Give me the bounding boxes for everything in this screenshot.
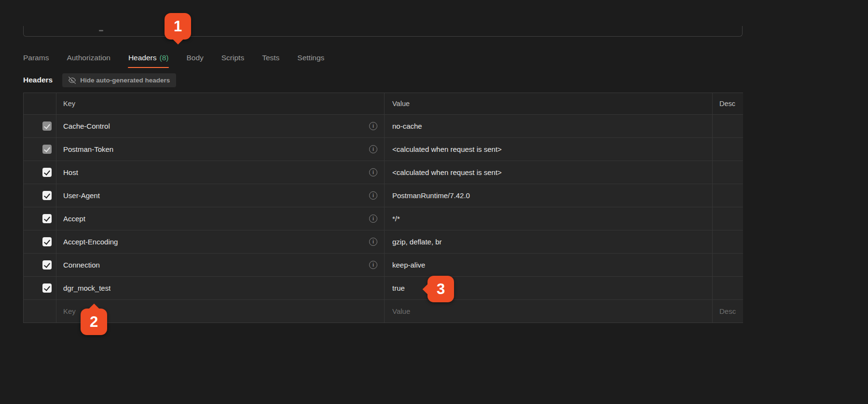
row-enabled-checkbox[interactable] — [42, 145, 52, 154]
tab-headers-count: (8) — [159, 54, 168, 62]
key-cell[interactable]: dgr_mock_test i — [56, 277, 385, 299]
value-cell[interactable]: gzip, deflate, br — [385, 230, 713, 253]
info-icon[interactable]: i — [369, 261, 377, 269]
key-cell[interactable]: Accept i — [56, 207, 385, 230]
info-icon[interactable]: i — [369, 238, 377, 246]
request-editor-pane: Params Authorization Headers (8) Body Sc… — [0, 0, 868, 404]
description-cell[interactable] — [713, 115, 743, 137]
request-tabs: Params Authorization Headers (8) Body Sc… — [23, 48, 324, 67]
header-value-text: no-cache — [392, 122, 422, 130]
column-header-checkbox — [24, 93, 56, 114]
value-cell[interactable]: keep-alive — [385, 254, 713, 276]
headers-section-title: Headers — [23, 76, 53, 84]
header-key-text: Host — [63, 168, 78, 176]
tab-body-label: Body — [186, 54, 203, 62]
column-header-description: Desc — [713, 93, 743, 114]
header-row-user-agent: User-Agent i PostmanRuntime/7.42.0 — [24, 184, 743, 207]
row-enabled-checkbox[interactable] — [42, 237, 52, 246]
tab-params[interactable]: Params — [23, 48, 49, 67]
row-enabled-checkbox[interactable] — [42, 283, 52, 293]
annotation-badge-1-number: 1 — [174, 18, 182, 35]
key-cell[interactable]: Connection i — [56, 254, 385, 276]
description-cell[interactable] — [713, 254, 743, 276]
header-row-dgr-mock-test: dgr_mock_test i true — [24, 276, 743, 299]
description-cell[interactable] — [713, 138, 743, 161]
row-enabled-checkbox[interactable] — [42, 214, 52, 223]
key-placeholder: Key — [63, 307, 76, 315]
row-enabled-checkbox[interactable] — [42, 168, 52, 177]
active-tab-indicator — [128, 67, 169, 68]
table-header-row: Key Value Desc — [24, 93, 743, 114]
header-value-text: keep-alive — [392, 261, 425, 269]
tab-headers-label: Headers — [128, 54, 157, 62]
new-header-row: Key Value Desc — [24, 299, 743, 323]
hide-autogenerated-headers-button[interactable]: Hide auto-generated headers — [62, 73, 176, 87]
checkbox-cell — [24, 277, 56, 299]
info-icon[interactable]: i — [369, 215, 377, 223]
header-value-text: <calculated when request is sent> — [392, 145, 502, 153]
tab-settings-label: Settings — [297, 54, 324, 62]
checkbox-cell — [24, 115, 56, 137]
badge-tail-down — [172, 34, 183, 45]
row-enabled-checkbox[interactable] — [42, 260, 52, 269]
header-row-accept: Accept i */* — [24, 207, 743, 230]
header-value-text: PostmanRuntime/7.42.0 — [392, 191, 470, 200]
info-icon[interactable]: i — [369, 168, 377, 176]
header-value-text: true — [392, 284, 405, 292]
checkbox-cell — [24, 300, 56, 323]
tab-settings[interactable]: Settings — [297, 48, 324, 67]
header-key-text: Postman-Token — [63, 145, 113, 153]
annotation-badge-2: 2 — [81, 309, 107, 335]
description-cell[interactable] — [713, 207, 743, 230]
tab-scripts[interactable]: Scripts — [221, 48, 244, 67]
row-enabled-checkbox[interactable] — [42, 191, 52, 200]
checkbox-cell — [24, 207, 56, 230]
new-value-input[interactable]: Value — [385, 300, 713, 323]
header-key-text: Accept-Encoding — [63, 238, 118, 246]
header-value-text: <calculated when request is sent> — [392, 168, 502, 176]
header-key-text: dgr_mock_test — [63, 284, 110, 292]
header-key-text: Connection — [63, 261, 100, 269]
header-value-text: */* — [392, 215, 400, 223]
value-cell[interactable]: PostmanRuntime/7.42.0 — [385, 184, 713, 207]
column-header-value: Value — [385, 93, 713, 114]
description-cell[interactable] — [713, 230, 743, 253]
key-cell[interactable]: User-Agent i — [56, 184, 385, 207]
tab-tests[interactable]: Tests — [262, 48, 279, 67]
tab-authorization[interactable]: Authorization — [67, 48, 110, 67]
value-placeholder: Value — [392, 307, 410, 315]
tab-headers[interactable]: Headers (8) — [128, 48, 169, 67]
header-row-postman-token: Postman-Token i <calculated when request… — [24, 137, 743, 161]
value-cell[interactable]: <calculated when request is sent> — [385, 161, 713, 184]
tab-tests-label: Tests — [262, 54, 279, 62]
tab-body[interactable]: Body — [186, 48, 203, 67]
value-cell[interactable]: no-cache — [385, 115, 713, 137]
checkbox-cell — [24, 254, 56, 276]
value-cell[interactable]: */* — [385, 207, 713, 230]
tab-params-label: Params — [23, 54, 49, 62]
key-cell[interactable]: Host i — [56, 161, 385, 184]
new-description-input[interactable]: Desc — [713, 300, 743, 323]
annotation-badge-2-number: 2 — [90, 313, 98, 331]
annotation-badge-3-number: 3 — [437, 281, 445, 298]
key-cell[interactable]: Cache-Control i — [56, 115, 385, 137]
tab-scripts-label: Scripts — [221, 54, 244, 62]
checkbox-cell — [24, 230, 56, 253]
row-enabled-checkbox[interactable] — [42, 121, 52, 131]
header-value-text: gzip, deflate, br — [392, 238, 442, 246]
info-icon[interactable]: i — [369, 145, 377, 153]
description-placeholder: Desc — [719, 307, 736, 315]
url-input-remnant[interactable] — [23, 26, 743, 37]
column-header-key: Key — [56, 93, 385, 114]
url-text-remnant — [99, 30, 103, 31]
description-cell[interactable] — [713, 184, 743, 207]
value-cell[interactable]: <calculated when request is sent> — [385, 138, 713, 161]
info-icon[interactable]: i — [369, 122, 377, 130]
description-cell[interactable] — [713, 161, 743, 184]
info-icon[interactable]: i — [369, 191, 377, 200]
key-cell[interactable]: Accept-Encoding i — [56, 230, 385, 253]
eye-off-icon — [69, 77, 76, 84]
description-cell[interactable] — [713, 277, 743, 299]
key-cell[interactable]: Postman-Token i — [56, 138, 385, 161]
checkbox-cell — [24, 161, 56, 184]
